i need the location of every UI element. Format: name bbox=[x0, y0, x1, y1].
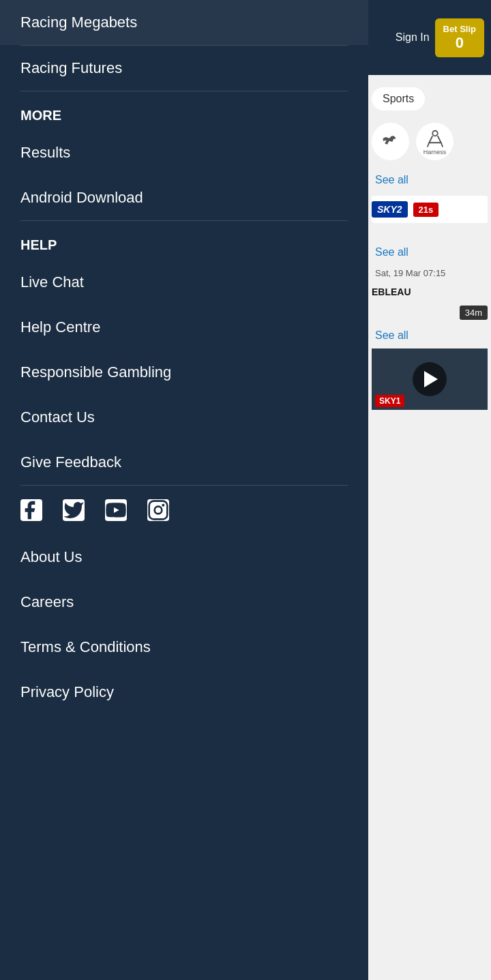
more-section-label: MORE bbox=[0, 91, 368, 130]
timer2-row: 34m bbox=[372, 303, 488, 323]
spacer-1 bbox=[372, 226, 488, 239]
sidebar-item-live-chat[interactable]: Live Chat bbox=[0, 260, 368, 305]
right-panel: Sign In Bet Slip 0 Sports Harness bbox=[368, 0, 491, 980]
sign-in-text[interactable]: Sign In bbox=[396, 31, 430, 44]
timer-badge: 21s bbox=[413, 203, 439, 217]
sidebar-item-android-download[interactable]: Android Download bbox=[0, 175, 368, 220]
sidebar-item-privacy-policy[interactable]: Privacy Policy bbox=[0, 670, 368, 715]
svg-line-9 bbox=[427, 143, 429, 147]
bet-slip-count: 0 bbox=[443, 34, 476, 52]
harness-label: Harness bbox=[423, 149, 447, 155]
facebook-icon[interactable] bbox=[20, 499, 42, 521]
sidebar-item-racing-megabets[interactable]: Racing Megabets bbox=[0, 0, 368, 45]
sidebar-item-give-feedback[interactable]: Give Feedback bbox=[0, 440, 368, 485]
svg-point-8 bbox=[432, 130, 438, 136]
sports-button[interactable]: Sports bbox=[372, 87, 425, 110]
svg-line-10 bbox=[441, 143, 443, 147]
play-triangle-icon bbox=[424, 371, 438, 387]
date-label: Sat, 19 Mar 07:15 bbox=[372, 265, 488, 281]
see-all-2[interactable]: See all bbox=[372, 239, 488, 265]
top-menu-items: Racing Megabets Racing Futures bbox=[0, 0, 368, 91]
sidebar-item-about-us[interactable]: About Us bbox=[0, 535, 368, 580]
twitter-icon[interactable] bbox=[63, 499, 85, 521]
sidebar-item-terms-conditions[interactable]: Terms & Conditions bbox=[0, 625, 368, 670]
play-button[interactable] bbox=[413, 362, 447, 396]
sports-icons-row: Harness bbox=[372, 116, 488, 167]
greyhound-icon[interactable] bbox=[372, 123, 409, 160]
sidebar: Racing Megabets Racing Futures MORE Resu… bbox=[0, 0, 368, 980]
sky2-badge: SKY2 bbox=[372, 201, 408, 218]
sky1-tag: SKY1 bbox=[375, 395, 404, 407]
sky2-row: SKY2 21s bbox=[372, 196, 488, 223]
harness-icon[interactable]: Harness bbox=[416, 123, 453, 160]
youtube-icon[interactable] bbox=[105, 499, 127, 521]
video-thumbnail[interactable]: SKY1 bbox=[372, 348, 488, 410]
instagram-icon[interactable] bbox=[147, 499, 169, 521]
sidebar-item-results[interactable]: Results bbox=[0, 130, 368, 175]
see-all-3[interactable]: See all bbox=[372, 323, 488, 348]
svg-point-7 bbox=[162, 504, 164, 507]
footer-links: About Us Careers Terms & Conditions Priv… bbox=[0, 535, 368, 715]
help-section-label: HELP bbox=[0, 221, 368, 260]
bet-slip-button[interactable]: Bet Slip 0 bbox=[435, 18, 484, 57]
right-header: Sign In Bet Slip 0 bbox=[368, 0, 491, 75]
sidebar-item-contact-us[interactable]: Contact Us bbox=[0, 395, 368, 440]
sidebar-item-racing-futures[interactable]: Racing Futures bbox=[0, 46, 368, 91]
bet-slip-label: Bet Slip bbox=[443, 24, 476, 34]
sidebar-item-responsible-gambling[interactable]: Responsible Gambling bbox=[0, 350, 368, 395]
see-all-1[interactable]: See all bbox=[372, 167, 488, 193]
sidebar-item-careers[interactable]: Careers bbox=[0, 580, 368, 625]
sidebar-item-help-centre[interactable]: Help Centre bbox=[0, 305, 368, 350]
timer2-badge: 34m bbox=[460, 306, 488, 320]
right-content: Sports Harness See all SKY2 21s bbox=[368, 75, 491, 417]
ebleau-label: EBLEAU bbox=[372, 281, 488, 303]
social-icons-row bbox=[0, 486, 368, 535]
help-section: HELP Live Chat Help Centre Responsible G… bbox=[0, 221, 368, 486]
more-section: MORE Results Android Download bbox=[0, 91, 368, 221]
